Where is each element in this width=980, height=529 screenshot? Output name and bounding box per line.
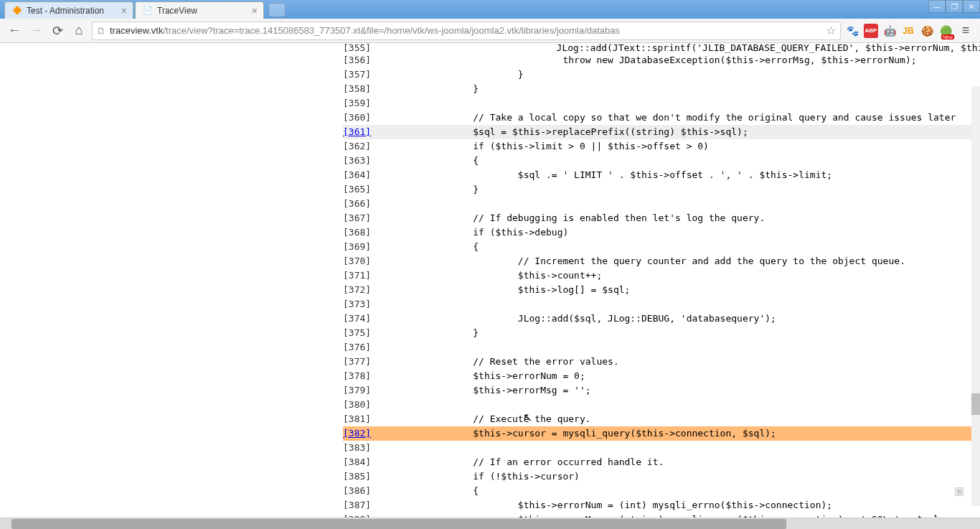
line-number: [369] xyxy=(343,240,383,254)
code-text: // Take a local copy so that we don't mo… xyxy=(383,111,956,125)
line-number: [367] xyxy=(343,211,383,225)
code-line: [358] } xyxy=(343,82,980,96)
code-text: // If an error occurred handle it. xyxy=(383,455,664,469)
line-number: [363] xyxy=(343,154,383,168)
tab-test-administration[interactable]: 🔶 Test - Administration × xyxy=(4,1,133,19)
line-number: [370] xyxy=(343,254,383,268)
tab-traceview[interactable]: 📄 TraceView × xyxy=(135,1,264,19)
code-line: [371] $this->count++; xyxy=(343,268,980,283)
code-text: JLog::add($sql, JLog::DEBUG, 'databasequ… xyxy=(383,312,776,326)
line-number: [376] xyxy=(343,340,383,355)
line-number: [378] xyxy=(343,369,383,383)
line-number: [364] xyxy=(343,168,383,182)
code-text: } xyxy=(383,326,479,340)
vertical-scrollbar[interactable] xyxy=(971,86,980,506)
scrollbar-thumb[interactable] xyxy=(11,519,786,529)
line-number: [388] xyxy=(343,512,383,518)
android-extension-icon[interactable]: 🤖 xyxy=(882,24,897,38)
line-number: [380] xyxy=(343,398,383,412)
code-text: $sql = $this->replacePrefix((string) $th… xyxy=(383,125,748,139)
code-line: [364] $sql .= ' LIMIT ' . $this->offset … xyxy=(343,168,980,182)
code-line: [376] xyxy=(343,340,980,355)
forward-button[interactable]: → xyxy=(27,22,44,39)
line-number: [368] xyxy=(343,225,383,240)
reload-button[interactable]: ⟳ xyxy=(49,22,66,39)
code-text: $sql .= ' LIMIT ' . $this->offset . ', '… xyxy=(383,168,832,182)
code-line: [388] $this->errorMsg = (string) mysqli_… xyxy=(343,512,980,518)
close-icon[interactable]: × xyxy=(252,5,258,17)
line-number: [374] xyxy=(343,312,383,326)
horizontal-scrollbar[interactable] xyxy=(0,518,980,529)
new-extension-icon[interactable]: 🟢New xyxy=(938,24,953,38)
line-number: [381] xyxy=(343,412,383,426)
line-number: [362] xyxy=(343,139,383,154)
code-line: [362] if ($this->limit > 0 || $this->off… xyxy=(343,139,980,154)
code-text: $this->count++; xyxy=(383,268,602,283)
code-line: [355] JLog::add(JText::sprintf('JLIB_DAT… xyxy=(343,43,980,53)
code-line: [365] } xyxy=(343,182,980,197)
code-line: [367] // If debugging is enabled then le… xyxy=(343,211,980,225)
line-number: [383] xyxy=(343,441,383,455)
code-text: // Reset the error values. xyxy=(383,355,619,369)
cookie-extension-icon[interactable]: 🍪 xyxy=(920,24,934,38)
new-tab-button[interactable] xyxy=(268,3,286,17)
code-line: [370] // Increment the query counter and… xyxy=(343,254,980,268)
code-line: [386] { xyxy=(343,484,980,498)
code-line: [363] { xyxy=(343,154,980,168)
code-text: } xyxy=(383,67,524,82)
code-line: [374] JLog::add($sql, JLog::DEBUG, 'data… xyxy=(343,312,980,326)
line-number[interactable]: [361] xyxy=(343,125,383,139)
line-number: [375] xyxy=(343,326,383,340)
tab-title: TraceView xyxy=(157,6,197,16)
maximize-button[interactable]: ❐ xyxy=(946,0,963,13)
page-content: [355] JLog::add(JText::sprintf('JLIB_DAT… xyxy=(0,43,980,518)
code-text: $this->errorNum = (int) mysqli_errno($th… xyxy=(383,498,832,512)
home-button[interactable]: ⌂ xyxy=(70,22,88,39)
code-text: $this->log[] = $sql; xyxy=(383,283,630,297)
close-button[interactable]: ✕ xyxy=(963,0,980,13)
close-icon[interactable]: × xyxy=(121,5,127,17)
code-text: } xyxy=(383,82,479,96)
code-line: [385] if (!$this->cursor) xyxy=(343,469,980,484)
code-line: [368] if ($this->debug) xyxy=(343,225,980,240)
browser-toolbar: ← → ⟳ ⌂ 🗋 traceview.vtk/trace/view?trace… xyxy=(0,19,980,43)
line-number: [371] xyxy=(343,268,383,283)
scrollbar-thumb[interactable] xyxy=(971,393,980,415)
line-number: [386] xyxy=(343,484,383,498)
address-bar[interactable]: 🗋 traceview.vtk/trace/view?trace=trace.1… xyxy=(92,22,841,40)
code-text: if ($this->debug) xyxy=(383,225,568,240)
line-number: [358] xyxy=(343,82,383,96)
code-text: $this->errorMsg = ''; xyxy=(383,383,591,398)
code-line: [384] // If an error occurred handle it. xyxy=(343,455,980,469)
joomla-favicon: 🔶 xyxy=(12,6,22,16)
line-number: [384] xyxy=(343,455,383,469)
minimize-button[interactable]: — xyxy=(928,0,946,13)
abp-extension-icon[interactable]: ABP xyxy=(864,24,878,38)
browser-titlebar: 🔶 Test - Administration × 📄 TraceView × … xyxy=(0,0,980,19)
code-text: // Increment the query counter and add t… xyxy=(383,254,905,268)
page-favicon: 📄 xyxy=(143,6,153,16)
line-number: [387] xyxy=(343,498,383,512)
line-number: [357] xyxy=(343,67,383,82)
line-number[interactable]: [382] xyxy=(343,426,383,441)
code-line: [377] // Reset the error values. xyxy=(343,355,980,369)
code-line: [375] } xyxy=(343,326,980,340)
code-line: [387] $this->errorNum = (int) mysqli_err… xyxy=(343,498,980,512)
line-number: [373] xyxy=(343,297,383,312)
jb-extension-icon[interactable]: JB xyxy=(901,24,915,38)
bookmark-icon[interactable]: ☆ xyxy=(826,24,836,37)
back-button[interactable]: ← xyxy=(6,22,23,39)
code-text: if ($this->limit > 0 || $this->offset > … xyxy=(383,139,709,154)
code-line: [382] $this->cursor = mysqli_query($this… xyxy=(343,426,980,441)
code-listing: [355] JLog::add(JText::sprintf('JLIB_DAT… xyxy=(0,43,980,518)
page-icon: 🗋 xyxy=(97,26,105,36)
code-text: $this->errorMsg = (string) mysqli_error(… xyxy=(383,512,945,518)
line-number: [359] xyxy=(343,96,383,111)
code-line: [357] } xyxy=(343,67,980,82)
code-line: [369] { xyxy=(343,240,980,254)
window-controls: — ❐ ✕ xyxy=(928,0,980,13)
extension-icon[interactable]: 🐾 xyxy=(845,24,859,38)
code-text: { xyxy=(383,484,479,498)
code-line: [373] xyxy=(343,297,980,312)
menu-button[interactable]: ≡ xyxy=(957,22,974,39)
